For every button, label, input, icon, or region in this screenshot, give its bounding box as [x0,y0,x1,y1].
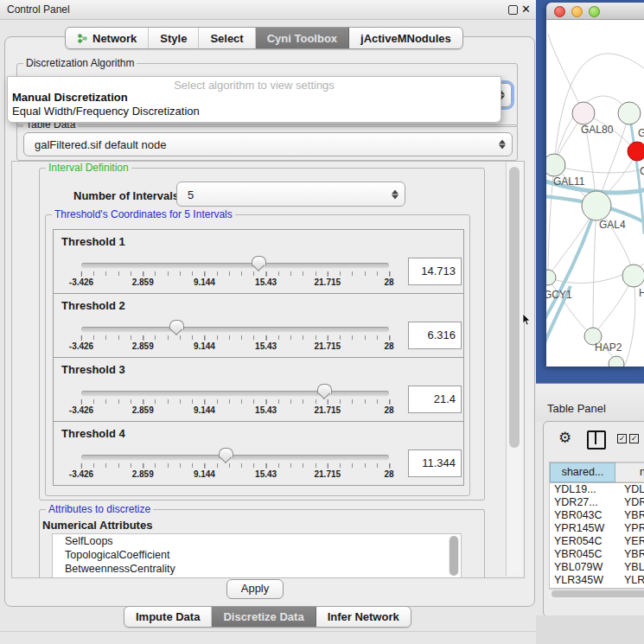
table-cell[interactable]: YDR2 [619,496,644,509]
tick-label: 28 [384,469,393,479]
threshold-2-slider[interactable]: -3.4262.8599.14415.4321.71528 [76,316,389,354]
numerical-attributes-list: SelfLoopsTopologicalCoefficientBetweenne… [52,533,462,578]
table-cell[interactable]: YDL1 [619,483,644,496]
list-item[interactable]: TopologicalCoefficient [53,548,461,562]
list-scrollbar-thumb[interactable] [450,536,458,576]
slider-thumb[interactable] [219,448,233,458]
threshold-2-value-field[interactable]: 6.316 [408,322,462,349]
table-cell[interactable]: YLR345W [550,574,619,587]
threshold-4-value-field[interactable]: 11.344 [408,450,462,477]
settings-scroll-area: Interval Definition Number of Intervals … [11,161,525,578]
network-node[interactable] [609,356,624,367]
table-row[interactable]: YDR27...YDR2 [550,496,644,509]
threshold-3-slider[interactable]: -3.4262.8599.14415.4321.71528 [76,380,389,418]
tab-jactivemnodules[interactable]: jActiveMNodules [349,28,462,48]
screenshot-stage: Control Panel ✕ Network Style Select Cyn… [0,0,644,644]
tick-label: 2.859 [132,277,154,287]
tick-label: 15.43 [255,469,277,479]
table-row[interactable]: YPR145WYPR1 [550,522,644,535]
threshold-1-value-field[interactable]: 14.713 [408,258,462,285]
close-traffic-light-icon[interactable] [554,6,565,17]
minimize-traffic-light-icon[interactable] [571,6,583,17]
network-window-titlebar[interactable] [546,3,644,20]
list-item[interactable]: BetweennessCentrality [53,562,461,576]
popup-hint: Select algorithm to view settings [8,79,501,92]
table-row[interactable]: YBL079WYBL0 [550,561,644,574]
tick-label: 9.144 [194,405,215,415]
threshold-1-panel: Threshold 1 -3.4262.8599.14415.4321.7152… [53,229,464,294]
table-cell[interactable]: YPR145W [550,522,619,535]
tab-impute-data[interactable]: Impute Data [124,607,212,627]
slider-tick-labels: -3.4262.8599.14415.4321.71528 [81,468,389,480]
threshold-3-value-field[interactable]: 21.4 [408,386,462,413]
interval-definition-label: Interval Definition [46,162,131,174]
table-horizontal-scrollbar[interactable] [549,589,644,599]
network-node[interactable] [618,102,641,124]
mouse-cursor [522,314,532,326]
slider-thumb[interactable] [252,256,266,266]
panel-scrollbar-thumb[interactable] [509,167,520,448]
table-cell[interactable]: YDL19... [550,483,619,496]
slider-thumb[interactable] [169,320,184,330]
network-canvas[interactable]: GAL80GACGAL11GAL4GCY1HHAP2 [546,20,644,367]
threshold-1-slider[interactable]: -3.4262.8599.14415.4321.71528 [76,252,389,290]
table-cell[interactable]: YER054C [550,535,619,548]
table-row[interactable]: YLR345WYLR3 [550,574,644,587]
popup-option-manual-discretization[interactable]: Manual Discretization [12,91,128,104]
checkbox-icon[interactable]: ✓ [629,434,639,443]
gear-icon[interactable]: ⚙ [558,429,571,447]
bottom-tabs: Impute Data Discretize Data Infer Networ… [124,606,411,628]
tick-label: 28 [384,277,393,287]
column-header-name[interactable]: na [615,462,644,482]
table-cell[interactable]: YBR0 [619,509,644,522]
number-of-intervals-combo[interactable]: 5 [176,182,405,207]
table-cell[interactable]: YBR045C [550,548,619,561]
tab-infer-network[interactable]: Infer Network [316,607,411,627]
column-header-shared-name[interactable]: shared... [550,462,615,482]
table-cell[interactable]: YBR0 [619,548,644,561]
table-header-row: shared... na [550,462,644,483]
checkbox-icon[interactable]: ✓ [617,434,627,443]
number-of-intervals-label: Number of Intervals [73,189,179,202]
threshold-4-slider[interactable]: -3.4262.8599.14415.4321.71528 [76,444,389,482]
tab-cyni-toolbox[interactable]: Cyni Toolbox [256,28,349,48]
table-cell[interactable]: YBR043C [550,509,619,522]
list-scrollbar[interactable] [449,536,459,576]
table-cell[interactable]: YER0 [619,535,644,548]
table-row[interactable]: YBR043CYBR0 [550,509,644,522]
network-node[interactable] [628,142,644,161]
table-cell[interactable]: YLR3 [619,574,644,587]
tab-network[interactable]: Network [66,28,149,48]
network-node[interactable] [622,265,644,287]
network-node[interactable] [582,191,611,220]
table-data-combo[interactable]: galFiltered.sif default node [23,132,513,156]
table-cell[interactable]: YPR1 [619,522,644,535]
list-item[interactable]: SelfLoops [53,534,461,548]
network-node-label: GCY1 [546,289,572,301]
table-row[interactable]: YDL19...YDL1 [550,483,644,496]
zoom-traffic-light-icon[interactable] [589,6,600,17]
tab-select[interactable]: Select [199,28,255,48]
close-icon[interactable]: ✕ [521,3,531,16]
combo-stepper-icon [392,189,399,199]
popup-option-equal-width[interactable]: Equal Width/Frequency Discretization [12,105,200,118]
network-node[interactable] [546,154,565,176]
table-row[interactable]: YBR045CYBR0 [550,548,644,561]
tick-label: 28 [384,341,393,351]
threshold-2-panel: Threshold 2 -3.4262.8599.14415.4321.7152… [53,293,464,358]
network-node[interactable] [572,102,595,124]
apply-button[interactable]: Apply [226,579,284,599]
table-cell[interactable]: YBL0 [619,561,644,574]
bottom-divider [0,631,538,632]
float-window-icon[interactable] [508,5,518,15]
columns-icon[interactable] [587,430,606,450]
panel-scrollbar[interactable] [506,162,523,576]
tab-style[interactable]: Style [149,28,199,48]
table-cell[interactable]: YBL079W [550,561,619,574]
table-row[interactable]: YER054CYER0 [550,535,644,548]
network-node[interactable] [546,270,556,285]
table-cell[interactable]: YDR27... [550,496,619,509]
tab-discretize-data[interactable]: Discretize Data [212,607,316,627]
table-hscrollbar-thumb[interactable] [552,590,644,597]
slider-thumb[interactable] [317,384,332,394]
